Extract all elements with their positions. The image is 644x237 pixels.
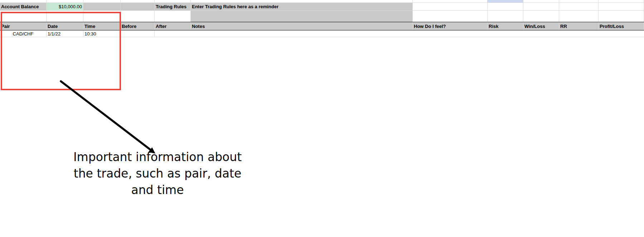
empty-cell[interactable] bbox=[47, 0, 83, 3]
trading-rules-label-cell[interactable]: Trading Rules bbox=[155, 3, 191, 10]
before-link[interactable] bbox=[121, 30, 155, 37]
empty-cell[interactable] bbox=[413, 0, 488, 3]
empty-cell[interactable] bbox=[83, 0, 121, 3]
empty-cell[interactable] bbox=[599, 3, 644, 10]
account-balance-value-cell[interactable]: $10,000.00 bbox=[47, 3, 83, 10]
empty-cell[interactable] bbox=[599, 0, 644, 3]
empty-cell[interactable] bbox=[559, 0, 599, 3]
empty-cell[interactable] bbox=[523, 0, 559, 3]
annotation-caption: Important information about the trade, s… bbox=[55, 149, 260, 198]
empty-cell[interactable] bbox=[155, 11, 191, 22]
empty-cell[interactable] bbox=[121, 3, 155, 10]
empty-cell[interactable] bbox=[83, 3, 121, 10]
highlight-rectangle bbox=[1, 12, 121, 90]
column-header-win_loss[interactable]: Win/Loss bbox=[523, 22, 559, 30]
column-header-rr[interactable]: RR bbox=[559, 22, 599, 30]
empty-cell[interactable] bbox=[0, 0, 47, 3]
empty-cell[interactable] bbox=[191, 11, 413, 22]
column-header-after[interactable]: After bbox=[155, 22, 191, 30]
highlighted-cell[interactable] bbox=[488, 0, 523, 3]
empty-cell[interactable] bbox=[121, 11, 155, 22]
column-header-feel[interactable]: How Do I feel? bbox=[413, 22, 488, 30]
trading-rules-value-cell[interactable]: Enter Trading Rules here as a reminder bbox=[191, 3, 413, 10]
empty-cell[interactable] bbox=[413, 3, 488, 10]
empty-cell[interactable] bbox=[413, 11, 488, 22]
empty-cell[interactable] bbox=[523, 11, 559, 22]
column-header-before[interactable]: Before bbox=[121, 22, 155, 30]
table-row bbox=[0, 0, 644, 3]
empty-cell[interactable] bbox=[191, 0, 413, 3]
empty-cell[interactable] bbox=[488, 3, 523, 10]
empty-cell[interactable] bbox=[599, 11, 644, 22]
column-header-risk[interactable]: Risk bbox=[488, 22, 523, 30]
empty-cell[interactable] bbox=[559, 11, 599, 22]
empty-cell[interactable] bbox=[155, 0, 191, 3]
empty-cell[interactable] bbox=[559, 3, 599, 10]
table-row: Account Balance$10,000.00Trading RulesEn… bbox=[0, 3, 644, 11]
column-header-notes[interactable]: Notes bbox=[191, 22, 413, 30]
empty-cell[interactable] bbox=[121, 0, 155, 3]
account-balance-label-cell[interactable]: Account Balance bbox=[0, 3, 47, 10]
empty-cell[interactable] bbox=[523, 3, 559, 10]
empty-cell[interactable] bbox=[488, 11, 523, 22]
column-header-profit_loss[interactable]: Profit/Loss bbox=[599, 22, 644, 30]
